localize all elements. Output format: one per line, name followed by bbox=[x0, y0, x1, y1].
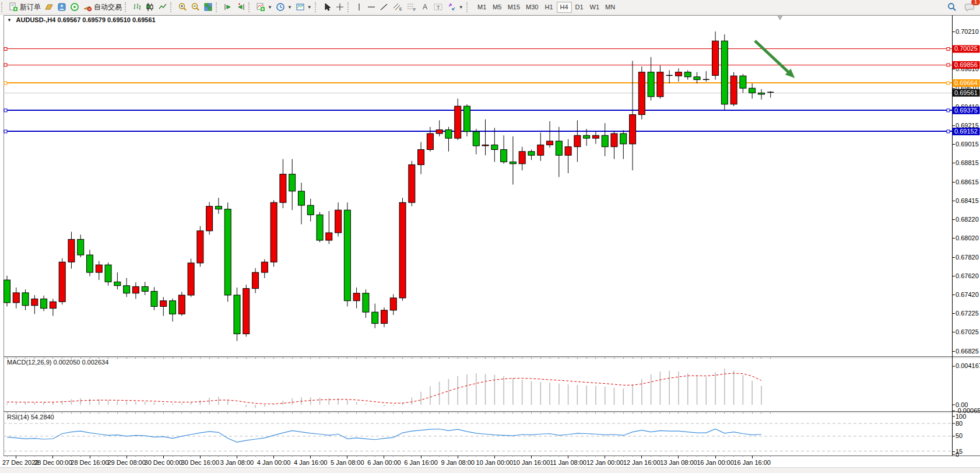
cursor-icon bbox=[322, 2, 332, 12]
cursor-button[interactable] bbox=[321, 1, 333, 13]
clock-icon bbox=[276, 2, 285, 12]
time-axis[interactable]: 27 Dec 202228 Dec 00:0028 Dec 16:0029 De… bbox=[2, 456, 771, 466]
vertical-line-button[interactable] bbox=[353, 1, 365, 13]
tile-windows-button[interactable] bbox=[202, 1, 215, 13]
chart-shift-icon bbox=[236, 2, 245, 12]
candle-body bbox=[160, 301, 167, 307]
ohlc-values: 0.69567 0.69579 0.69510 0.69561 bbox=[57, 16, 155, 23]
line-handle[interactable] bbox=[4, 130, 7, 133]
text-button[interactable]: A bbox=[419, 1, 431, 13]
tab-mn[interactable]: MN bbox=[602, 2, 618, 13]
toolbar-grip[interactable] bbox=[248, 2, 252, 12]
candle-body bbox=[151, 292, 157, 307]
charts-button[interactable] bbox=[43, 1, 55, 13]
market-watch-button[interactable] bbox=[55, 1, 68, 13]
candle-body bbox=[307, 205, 314, 215]
line-chart-button[interactable] bbox=[156, 1, 169, 13]
trendline-button[interactable] bbox=[378, 1, 391, 13]
one-click-trading-toggle-icon[interactable]: ▼ bbox=[7, 17, 12, 23]
price-line-badge-label: 0.69664 bbox=[954, 79, 978, 86]
time-tick-label: 16 Jan 00:00 bbox=[697, 459, 734, 466]
fibonacci-icon: F bbox=[406, 2, 417, 12]
svg-text:F: F bbox=[413, 8, 416, 12]
periods-button[interactable]: ▼ bbox=[274, 1, 294, 13]
line-chart-icon bbox=[158, 2, 167, 12]
tab-h1[interactable]: H1 bbox=[542, 2, 557, 13]
doji-candle bbox=[666, 75, 673, 76]
arrow-objects-icon bbox=[447, 2, 456, 12]
toolbar-grip[interactable] bbox=[170, 2, 174, 12]
auto-trading-label: 自动交易 bbox=[94, 2, 122, 12]
auto-trading-icon bbox=[83, 2, 92, 12]
chevron-down-icon: ▼ bbox=[307, 5, 312, 10]
line-handle[interactable] bbox=[947, 130, 950, 133]
candle-body bbox=[372, 312, 378, 323]
candlestick-chart-button[interactable] bbox=[143, 1, 156, 13]
tab-m30[interactable]: M30 bbox=[523, 2, 541, 13]
new-order-button[interactable]: 新订单 bbox=[7, 1, 43, 13]
bar-chart-button[interactable] bbox=[131, 1, 143, 13]
price-tick-label: 0.67225 bbox=[956, 310, 979, 317]
toolbar-grip[interactable] bbox=[315, 2, 319, 12]
line-handle[interactable] bbox=[947, 64, 950, 66]
tab-m5[interactable]: M5 bbox=[490, 2, 505, 13]
candlestick-icon bbox=[145, 2, 154, 12]
zoom-in-button[interactable] bbox=[176, 1, 189, 13]
candle-body bbox=[224, 209, 231, 295]
zoom-in-icon bbox=[178, 2, 187, 12]
notifications-button[interactable]: 1 bbox=[963, 1, 977, 13]
line-handle[interactable] bbox=[4, 82, 7, 85]
fibonacci-button[interactable]: F bbox=[405, 1, 419, 13]
candle-body bbox=[547, 141, 553, 145]
chart-canvas[interactable]: 0.702100.700100.698100.696100.694100.692… bbox=[0, 15, 980, 473]
tab-m1[interactable]: M1 bbox=[475, 2, 490, 13]
candle-body bbox=[4, 280, 10, 303]
tab-h4[interactable]: H4 bbox=[557, 2, 572, 13]
toolbar-grip[interactable] bbox=[216, 2, 220, 12]
indicators-icon bbox=[256, 2, 265, 12]
candle-body bbox=[142, 286, 148, 291]
line-handle[interactable] bbox=[4, 109, 7, 112]
auto-trading-button[interactable]: 自动交易 bbox=[81, 1, 124, 13]
candle-body bbox=[712, 41, 719, 75]
toolbar-grip[interactable] bbox=[125, 2, 129, 12]
line-handle[interactable] bbox=[947, 82, 950, 85]
price-line-badge-label: 0.69856 bbox=[954, 61, 978, 68]
time-tick-label: 16 Jan 16:00 bbox=[733, 459, 771, 466]
signals-button[interactable] bbox=[68, 1, 81, 13]
tab-w1[interactable]: W1 bbox=[587, 2, 603, 13]
channel-button[interactable]: E bbox=[391, 1, 405, 13]
indicators-button[interactable]: ▼ bbox=[254, 1, 274, 13]
window-bottom-edge bbox=[0, 467, 980, 473]
toolbar-grip[interactable] bbox=[466, 2, 470, 12]
line-handle[interactable] bbox=[4, 47, 7, 50]
tab-d1[interactable]: D1 bbox=[572, 2, 587, 13]
candle-body bbox=[630, 115, 636, 144]
toolbar-grip[interactable] bbox=[1, 2, 5, 12]
candle-body bbox=[353, 293, 360, 301]
auto-scroll-button[interactable] bbox=[222, 1, 234, 13]
line-handle[interactable] bbox=[947, 47, 950, 50]
time-tick-label: 13 Jan 08:00 bbox=[660, 459, 697, 466]
time-tick-label: 10 Jan 00:00 bbox=[476, 459, 514, 466]
svg-text:T: T bbox=[437, 5, 440, 10]
candle-body bbox=[234, 295, 240, 334]
search-button[interactable] bbox=[946, 1, 958, 13]
toolbar-grip[interactable] bbox=[347, 2, 352, 12]
candle-body bbox=[326, 233, 332, 240]
templates-button[interactable]: ▼ bbox=[294, 1, 314, 13]
candle-body bbox=[13, 293, 19, 303]
time-tick-label: 30 Dec 16:00 bbox=[181, 459, 219, 466]
line-handle[interactable] bbox=[947, 109, 950, 112]
time-tick-label: 28 Dec 00:00 bbox=[34, 459, 72, 466]
search-icon bbox=[947, 2, 957, 12]
line-handle[interactable] bbox=[4, 64, 7, 66]
zoom-out-button[interactable] bbox=[189, 1, 202, 13]
horizontal-line-button[interactable] bbox=[365, 1, 378, 13]
tab-m15[interactable]: M15 bbox=[505, 2, 523, 13]
chart-shift-button[interactable] bbox=[234, 1, 247, 13]
arrows-button[interactable]: ▼ bbox=[445, 1, 465, 13]
text-label-button[interactable]: T bbox=[431, 1, 445, 13]
candle-body bbox=[464, 106, 470, 132]
crosshair-button[interactable] bbox=[333, 1, 346, 13]
